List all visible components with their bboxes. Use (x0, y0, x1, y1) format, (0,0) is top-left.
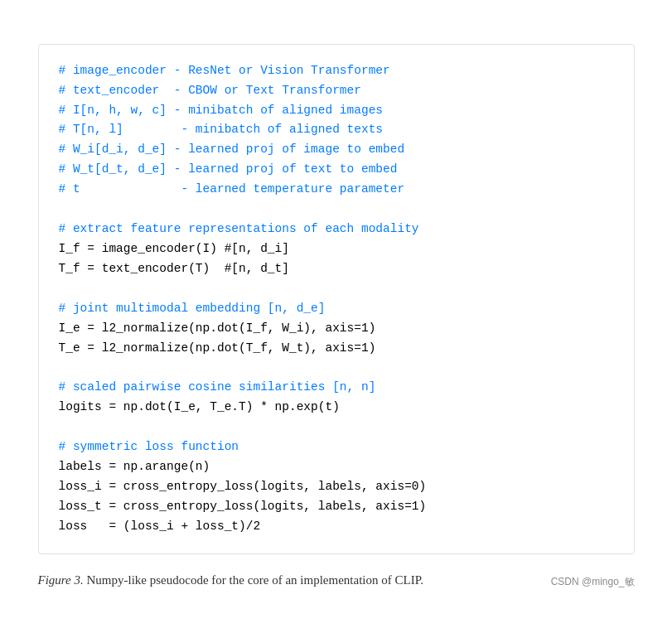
code-pre: # image_encoder - ResNet or Vision Trans… (59, 61, 614, 537)
main-container: # image_encoder - ResNet or Vision Trans… (13, 27, 660, 606)
figure-label: Figure 3. (38, 573, 84, 587)
caption-text: Figure 3. Numpy-like pseudocode for the … (38, 571, 543, 590)
code-comment: # joint multimodal embedding [n, d_e] (59, 302, 326, 315)
code-statement: logits = np.dot(I_e, T_e.T) * np.exp(t) (59, 400, 340, 413)
code-comment: # image_encoder - ResNet or Vision Trans… (59, 64, 390, 77)
code-statement: T_f = text_encoder(T) #[n, d_t] (59, 262, 289, 275)
code-statement: I_f = image_encoder(I) #[n, d_i] (59, 242, 289, 255)
code-comment: # scaled pairwise cosine similarities [n… (59, 380, 376, 394)
figure-caption: Figure 3. Numpy-like pseudocode for the … (38, 571, 635, 590)
code-comment: # W_i[d_i, d_e] - learned proj of image … (59, 143, 405, 156)
code-comment: # t - learned temperature parameter (59, 182, 405, 196)
code-statement: loss_i = cross_entropy_loss(logits, labe… (59, 480, 427, 493)
code-statement: T_e = l2_normalize(np.dot(T_f, W_t), axi… (59, 341, 376, 355)
code-comment: # extract feature representations of eac… (59, 222, 419, 235)
code-comment: # text_encoder - CBOW or Text Transforme… (59, 84, 361, 97)
watermark: CSDN @mingo_敏 (551, 574, 635, 589)
code-block: # image_encoder - ResNet or Vision Trans… (38, 44, 635, 554)
code-statement: loss = (loss_i + loss_t)/2 (59, 519, 261, 533)
code-comment: # T[n, l] - minibatch of aligned texts (59, 123, 384, 136)
code-comment: # I[n, h, w, c] - minibatch of aligned i… (59, 104, 384, 117)
caption-description: Numpy-like pseudocode for the core of an… (84, 573, 423, 587)
code-comment: # W_t[d_t, d_e] - learned proj of text t… (59, 162, 398, 176)
code-statement: labels = np.arange(n) (59, 460, 210, 473)
code-statement: loss_t = cross_entropy_loss(logits, labe… (59, 500, 427, 513)
code-comment: # symmetric loss function (59, 440, 239, 453)
code-statement: I_e = l2_normalize(np.dot(I_f, W_i), axi… (59, 321, 376, 335)
